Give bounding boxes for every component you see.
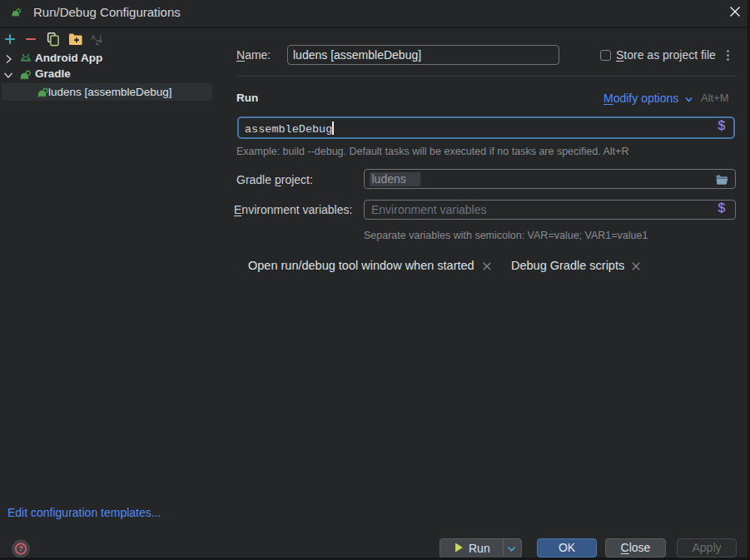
svg-text:Z: Z <box>96 38 100 46</box>
svg-text:?: ? <box>18 544 23 553</box>
